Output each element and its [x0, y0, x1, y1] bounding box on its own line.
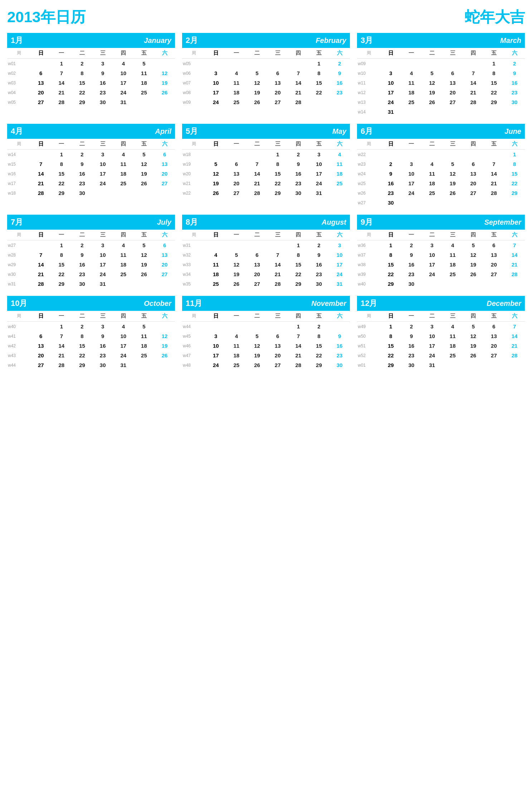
day-cell: 29 [309, 360, 330, 370]
day-cell: 1 [380, 240, 401, 250]
day-cell: 29 [51, 188, 72, 198]
day-cell: 3 [92, 322, 113, 332]
day-cell: 13 [154, 159, 175, 169]
day-cell: 28 [267, 279, 288, 289]
table-row: w402930 [357, 279, 525, 289]
table-row: w3418192021222324 [182, 269, 350, 279]
week-num: w08 [182, 88, 205, 97]
day-cell: 13 [463, 169, 484, 179]
day-cell: 21 [51, 351, 72, 360]
day-cell [484, 198, 504, 207]
col-header-7: 六 [154, 139, 175, 150]
col-header-0: 周 [7, 139, 30, 150]
day-cell: 27 [154, 269, 175, 279]
day-cell [463, 360, 484, 370]
day-cell: 19 [205, 179, 226, 188]
day-cell: 9 [401, 250, 422, 260]
week-num: w17 [7, 179, 30, 188]
day-cell: 23 [72, 179, 93, 188]
day-cell: 10 [422, 250, 443, 260]
day-cell: 10 [205, 78, 226, 88]
day-cell: 20 [154, 260, 175, 269]
week-num: w23 [357, 159, 380, 169]
day-cell: 25 [113, 179, 134, 188]
day-cell [92, 188, 113, 198]
day-cell: 12 [134, 159, 155, 169]
day-cell: 2 [380, 159, 401, 169]
week-num: w02 [7, 68, 30, 78]
day-cell: 22 [504, 179, 525, 188]
day-cell: 25 [422, 188, 443, 198]
day-cell: 20 [267, 351, 288, 360]
day-cell: 16 [309, 260, 330, 269]
day-cell: 28 [51, 97, 72, 107]
col-header-3: 二 [72, 139, 93, 150]
col-header-6: 五 [134, 48, 155, 59]
day-cell: 27 [154, 179, 175, 188]
week-num: w31 [182, 240, 205, 250]
table-row: w4412 [182, 322, 350, 332]
day-cell: 21 [504, 260, 525, 269]
day-cell: 15 [309, 341, 330, 351]
table-row: w37891011121314 [357, 250, 525, 260]
table-row: w3128293031 [7, 279, 175, 289]
month-header-8: 8月August [182, 215, 350, 230]
col-header-0: 周 [7, 230, 30, 240]
col-header-1: 日 [30, 230, 51, 240]
day-cell: 22 [51, 179, 72, 188]
week-num: w04 [7, 88, 30, 97]
cal-table-3: 周日一二三四五六w0912w103456789w1110111213141516… [357, 48, 525, 117]
col-header-1: 日 [30, 48, 51, 59]
day-cell: 14 [247, 169, 268, 179]
day-cell: 9 [92, 68, 113, 78]
table-row: w2516171819202122 [357, 179, 525, 188]
day-cell: 24 [401, 188, 422, 198]
day-cell: 31 [329, 279, 350, 289]
table-row: w453456789 [182, 331, 350, 341]
day-cell: 28 [30, 188, 51, 198]
day-cell: 23 [72, 269, 93, 279]
day-cell: 23 [401, 351, 422, 360]
day-cell: 2 [401, 240, 422, 250]
col-header-7: 六 [154, 311, 175, 322]
day-cell: 8 [380, 250, 401, 260]
day-cell: 2 [72, 240, 93, 250]
col-header-2: 一 [401, 311, 422, 322]
month-cn: 7月 [11, 217, 23, 228]
day-cell [380, 150, 401, 160]
day-cell: 4 [329, 150, 350, 160]
week-num: w06 [182, 68, 205, 78]
day-cell [205, 150, 226, 160]
day-cell: 13 [442, 78, 463, 88]
title-left: 2013年日历 [7, 7, 86, 27]
day-cell: 16 [72, 169, 93, 179]
day-cell: 17 [205, 351, 226, 360]
day-cell [205, 240, 226, 250]
day-cell: 2 [329, 59, 350, 69]
day-cell: 29 [288, 279, 309, 289]
day-cell: 12 [205, 169, 226, 179]
table-row: w19567891011 [182, 159, 350, 169]
day-cell [134, 97, 155, 107]
col-header-2: 一 [401, 230, 422, 240]
col-header-5: 四 [463, 48, 484, 59]
day-cell: 11 [422, 169, 443, 179]
day-cell: 2 [309, 240, 330, 250]
week-num: w46 [182, 341, 205, 351]
col-header-7: 六 [329, 230, 350, 240]
col-header-4: 三 [442, 48, 463, 59]
day-cell [463, 59, 484, 69]
week-num: w01 [357, 360, 380, 370]
col-header-6: 五 [309, 139, 330, 150]
day-cell: 24 [92, 179, 113, 188]
day-cell: 14 [504, 331, 525, 341]
week-num: w44 [182, 322, 205, 332]
day-cell: 10 [329, 250, 350, 260]
day-cell [504, 279, 525, 289]
day-cell: 2 [72, 150, 93, 160]
week-num: w27 [357, 198, 380, 207]
day-cell: 27 [267, 97, 288, 107]
month-cn: 5月 [186, 126, 198, 137]
day-cell [442, 107, 463, 117]
day-cell: 4 [226, 331, 247, 341]
